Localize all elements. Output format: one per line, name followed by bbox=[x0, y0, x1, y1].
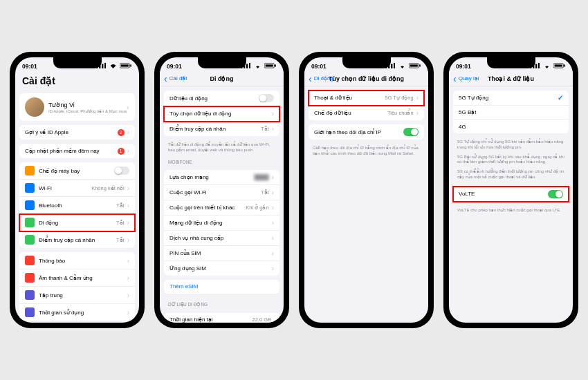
chevron-right-icon: › bbox=[416, 94, 419, 102]
chevron-right-icon: › bbox=[127, 274, 129, 282]
screentime-row[interactable]: Thời gian sử dụng › bbox=[19, 304, 135, 321]
footnote: 5G có thể ảnh hưởng đến thời lượng pin c… bbox=[449, 167, 573, 182]
svg-rect-27 bbox=[564, 64, 566, 66]
svg-rect-10 bbox=[249, 63, 250, 68]
cellular-data-row[interactable]: Dữ liệu di động bbox=[164, 91, 279, 106]
data-mode-row[interactable]: Chế độ dữ liệu Tiêu chuẩn › bbox=[309, 106, 424, 120]
battery-icon bbox=[409, 63, 421, 68]
network-selection-row[interactable]: Lựa chọn mạng ████ › bbox=[164, 170, 279, 185]
focus-row[interactable]: Tập trung › bbox=[19, 287, 135, 304]
wifi-calling-row[interactable]: Cuộc gọi Wi-Fi Tắt › bbox=[164, 185, 279, 200]
status-time: 09:01 bbox=[167, 63, 182, 70]
cellular-row[interactable]: Di động Tắt › bbox=[19, 214, 135, 231]
option-4g[interactable]: 4G bbox=[453, 120, 569, 133]
phone-frame-4: 09:01 Quay lại Thoại & dữ liệu 5G Tự độn… bbox=[443, 52, 578, 328]
option-5g-on[interactable]: 5G Bật bbox=[453, 106, 569, 120]
svg-rect-3 bbox=[104, 63, 106, 68]
hotspot-row[interactable]: Điểm truy cập cá nhân Tắt › bbox=[19, 231, 135, 248]
wifi-icon bbox=[109, 63, 117, 68]
wifi-row[interactable]: Wi-Fi Không kết nối › bbox=[19, 180, 135, 197]
antenna-icon bbox=[25, 218, 35, 227]
cellular-data-options-row[interactable]: Tùy chọn dữ liệu di động › bbox=[164, 106, 279, 122]
toggle[interactable] bbox=[403, 128, 419, 136]
battery-icon bbox=[553, 63, 566, 68]
chevron-right-icon: › bbox=[127, 104, 129, 111]
back-button[interactable]: Quay lại bbox=[453, 75, 479, 82]
svg-rect-5 bbox=[121, 64, 129, 66]
bluetooth-icon bbox=[25, 200, 35, 210]
profile-sub: ID Apple, iCloud, Phương tiện & Mục mua bbox=[48, 108, 127, 113]
svg-rect-26 bbox=[555, 64, 562, 66]
hourglass-icon bbox=[25, 307, 35, 317]
option-5g-auto[interactable]: 5G Tự động ✓ bbox=[453, 91, 569, 106]
chevron-right-icon: › bbox=[127, 129, 129, 136]
status-time: 09:01 bbox=[22, 63, 37, 70]
sounds-row[interactable]: Âm thanh & Cảm ứng › bbox=[19, 269, 135, 287]
current-period-row[interactable]: Thời gian hiện tại 22,0 GB bbox=[164, 313, 279, 323]
svg-rect-16 bbox=[391, 64, 392, 68]
bluetooth-row[interactable]: Bluetooth Tắt › bbox=[19, 197, 135, 214]
battery-icon bbox=[120, 63, 132, 68]
nav-title: Thoại & dữ liệu bbox=[488, 75, 534, 82]
sim-pin-row[interactable]: PIN của SIM › bbox=[164, 246, 279, 261]
toggle[interactable] bbox=[259, 94, 274, 102]
section-header: DỮ LIỆU DI ĐỘNG bbox=[160, 298, 284, 309]
moon-icon bbox=[25, 290, 35, 300]
link-icon bbox=[25, 235, 35, 245]
chevron-right-icon: › bbox=[272, 125, 274, 133]
toggle[interactable] bbox=[548, 190, 563, 198]
volte-row[interactable]: VoLTE bbox=[453, 187, 569, 202]
nav-title: Tùy chọn dữ liệu di động bbox=[329, 75, 404, 82]
footnote: VoLTE cho phép bạn thực hiện cuộc gọi th… bbox=[449, 206, 573, 216]
footnote: 5G Bật sử dụng 5G bất kỳ khi nào khả dụn… bbox=[449, 153, 573, 168]
limit-ip-tracking-row[interactable]: Giới hạn theo dõi địa chỉ IP bbox=[309, 124, 424, 140]
footnote: 5G Tự động chỉ sử dụng 5G khi cần đảm bả… bbox=[449, 137, 573, 153]
nav-title: Di động bbox=[210, 75, 234, 82]
svg-rect-23 bbox=[535, 64, 537, 68]
notch bbox=[487, 57, 535, 68]
apple-id-suggest-row[interactable]: Gợi ý về ID Apple 2 › bbox=[19, 125, 135, 140]
svg-rect-20 bbox=[420, 64, 421, 66]
personal-hotspot-row[interactable]: Điểm truy cập cá nhân Tắt › bbox=[164, 122, 279, 136]
chevron-right-icon: › bbox=[127, 147, 129, 155]
avatar bbox=[25, 97, 44, 117]
chevron-right-icon: › bbox=[127, 219, 129, 227]
notch bbox=[198, 57, 246, 68]
page-title: Cài đặt bbox=[15, 71, 139, 89]
notifications-row[interactable]: Thông báo › bbox=[19, 252, 135, 269]
svg-rect-19 bbox=[410, 64, 418, 66]
software-update-row[interactable]: Cập nhật phần mềm đêm nay 1 › bbox=[19, 144, 135, 158]
wifi-icon bbox=[398, 63, 406, 68]
airplane-icon bbox=[25, 166, 35, 175]
chevron-right-icon: › bbox=[272, 265, 274, 272]
phone-frame-3: 09:01 Di động Tùy chọn dữ liệu di động T… bbox=[299, 52, 434, 328]
wifi-icon bbox=[254, 63, 261, 68]
calls-other-devices-row[interactable]: Cuộc gọi trên thiết bị khác Khi ở gần › bbox=[164, 200, 279, 216]
svg-rect-12 bbox=[266, 64, 273, 66]
chevron-right-icon: › bbox=[272, 249, 274, 257]
status-time: 09:01 bbox=[456, 63, 471, 70]
phone-frame-2: 09:01 Cài đặt Di động Dữ liệu di động Tù… bbox=[154, 52, 289, 328]
svg-rect-2 bbox=[102, 64, 103, 68]
wifi-icon bbox=[543, 63, 551, 68]
toggle[interactable] bbox=[114, 167, 129, 175]
sim-applications-row[interactable]: Ứng dụng SIM › bbox=[164, 261, 279, 276]
chevron-right-icon: › bbox=[272, 173, 274, 181]
blurred-value: ████ bbox=[254, 174, 268, 180]
profile-row[interactable]: Tường Vi ID Apple, iCloud, Phương tiện &… bbox=[19, 93, 135, 121]
chevron-right-icon: › bbox=[127, 236, 129, 244]
carrier-services-row[interactable]: Dịch vụ nhà cung cấp › bbox=[164, 231, 279, 246]
voice-data-row[interactable]: Thoại & dữ liệu 5G Tự động › bbox=[309, 91, 424, 106]
nav-bar: Quay lại Thoại & dữ liệu bbox=[449, 71, 573, 86]
section-header: MOBIFONE bbox=[160, 155, 284, 166]
bell-icon bbox=[25, 256, 35, 265]
back-button[interactable]: Di động bbox=[309, 75, 333, 82]
add-esim-row[interactable]: Thêm eSIM bbox=[164, 280, 279, 294]
chevron-right-icon: › bbox=[127, 292, 129, 299]
cellular-data-network-row[interactable]: Mạng dữ liệu di động › bbox=[164, 216, 279, 231]
footnote: Giới hạn theo dõi địa chỉ IP bằng cách ẩ… bbox=[304, 144, 428, 159]
footnote: Tắt dữ liệu di động để truyền tất cả dữ … bbox=[160, 140, 284, 155]
battery-icon bbox=[264, 63, 277, 68]
airplane-mode-row[interactable]: Chế độ máy bay bbox=[19, 162, 135, 180]
back-button[interactable]: Cài đặt bbox=[164, 75, 187, 82]
